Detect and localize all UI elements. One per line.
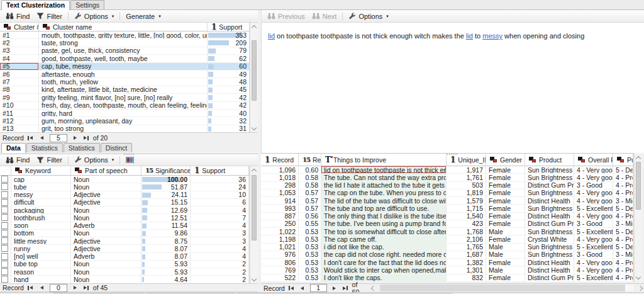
row-checkbox[interactable] bbox=[1, 176, 8, 183]
record-row[interactable]: 1,1980.53The cap came off.2,106FemaleCry… bbox=[261, 235, 633, 243]
record-row[interactable]: 7690.53Would stick to inter cap when ope… bbox=[261, 266, 633, 274]
tab-settings[interactable]: Settings bbox=[70, 0, 104, 9]
cluster-row[interactable]: #3paste, gel, use, thick, consistency79 bbox=[0, 47, 249, 55]
next-record-button[interactable] bbox=[330, 285, 339, 292]
keyword-row[interactable]: messyAdjective24.1110 bbox=[0, 191, 249, 199]
scrollbar-thumb[interactable] bbox=[252, 40, 257, 101]
column-header-support[interactable]: 1Support bbox=[191, 166, 249, 175]
record-number-input[interactable]: 5 bbox=[50, 134, 67, 142]
row-checkbox[interactable] bbox=[1, 191, 8, 198]
tab-statistics-1[interactable]: Statistics bbox=[26, 143, 63, 152]
keyword-row[interactable]: difficultAdjective15.156 bbox=[0, 199, 249, 206]
last-record-button[interactable] bbox=[82, 134, 91, 142]
find-button[interactable]: Find bbox=[3, 11, 33, 21]
cluster-row[interactable]: #12gum, morning, unpleasant, day32 bbox=[0, 117, 249, 125]
column-header-cluster[interactable]: Cluster # bbox=[0, 23, 39, 31]
keyword-link[interactable]: lid bbox=[268, 32, 275, 40]
next-record-button[interactable] bbox=[70, 284, 80, 291]
scroll-down-arrow[interactable] bbox=[250, 125, 258, 132]
previous-record-button[interactable] bbox=[37, 284, 47, 291]
scrollbar-thumb[interactable] bbox=[252, 175, 257, 240]
column-header-things-to-improve[interactable]: TThings to Improve bbox=[321, 154, 447, 166]
record-row[interactable]: 9760.53the cap did not close right. need… bbox=[261, 251, 633, 259]
clusters-scrollbar[interactable] bbox=[250, 23, 258, 132]
cluster-row[interactable]: #9gritty feeling, mint flavor, [no] sure… bbox=[0, 94, 249, 101]
scroll-down-arrow[interactable] bbox=[250, 276, 258, 283]
row-checkbox[interactable] bbox=[1, 276, 8, 283]
options-button[interactable]: Options ▾ bbox=[71, 155, 117, 165]
column-header-pu[interactable]: Pu bbox=[613, 154, 633, 166]
cluster-row[interactable]: #10fresh, day, clean, toothpaste, mouth,… bbox=[0, 102, 249, 110]
cluster-row[interactable]: #2taste, strong209 bbox=[0, 39, 249, 47]
keyword-row[interactable]: tube topNoun5.932 bbox=[0, 261, 249, 268]
record-row[interactable]: 1,0210.53i did not like the cap.1,765Mal… bbox=[261, 244, 633, 251]
chart-view-button[interactable] bbox=[123, 155, 137, 165]
options-button[interactable]: Options ▾ bbox=[345, 11, 391, 21]
keyword-link[interactable]: lid bbox=[466, 32, 473, 40]
tab-distinct[interactable]: Distinct bbox=[101, 143, 132, 152]
scroll-down-arrow[interactable] bbox=[635, 274, 642, 281]
generate-button[interactable]: Generate ▾ bbox=[123, 11, 164, 21]
filter-button[interactable]: Filter bbox=[33, 11, 65, 21]
hscroll-thumb[interactable] bbox=[380, 285, 625, 291]
tab-text-clusterization[interactable]: Text Clusterization bbox=[1, 0, 70, 10]
cluster-row[interactable]: #1mouth, toothpaste, gritty texture, lit… bbox=[0, 31, 249, 39]
splitter-handle[interactable] bbox=[447, 154, 457, 155]
record-row[interactable]: 1,0530.57The cap on the tube. When you p… bbox=[261, 189, 633, 197]
next-button[interactable]: Next bbox=[309, 11, 340, 21]
keyword-row[interactable]: little messyAdjective8.753 bbox=[0, 237, 249, 245]
cluster-row[interactable]: #7tooth, much, yellow48 bbox=[0, 78, 249, 86]
column-header-overall-r[interactable]: Overall R... bbox=[574, 154, 613, 166]
cluster-row[interactable]: #6aftertaste, enough49 bbox=[0, 71, 249, 78]
record-row[interactable]: 5220.53I don't like the caps.832FemaleDi… bbox=[261, 274, 633, 282]
keywords-scrollbar[interactable] bbox=[250, 166, 258, 283]
scrollbar-thumb[interactable] bbox=[636, 162, 641, 210]
column-header-part-of-speech[interactable]: Part of speech bbox=[71, 166, 142, 175]
hscroll-left-arrow[interactable] bbox=[371, 285, 376, 290]
scroll-up-arrow[interactable] bbox=[250, 167, 258, 173]
scroll-up-arrow[interactable] bbox=[635, 154, 642, 161]
previous-button[interactable]: Previous bbox=[264, 11, 308, 21]
tab-statistics-2[interactable]: Statistics bbox=[64, 143, 100, 152]
cluster-row[interactable]: #4good, toothpaste, well, tooth, maybe62 bbox=[0, 55, 249, 62]
record-row[interactable]: 1,0180.58The tube. Can not stand the way… bbox=[261, 174, 633, 181]
keyword-row[interactable]: bottomNoun9.863 bbox=[0, 230, 249, 237]
records-scrollbar[interactable] bbox=[634, 154, 642, 281]
last-record-button[interactable] bbox=[341, 285, 350, 292]
first-record-button[interactable] bbox=[287, 285, 296, 292]
record-number-input[interactable]: 0 bbox=[50, 284, 67, 292]
scroll-up-arrow[interactable] bbox=[250, 23, 258, 30]
column-header-record[interactable]: 1Record bbox=[261, 154, 299, 166]
column-header-product[interactable]: Product bbox=[525, 154, 574, 166]
previous-record-button[interactable] bbox=[37, 134, 47, 142]
keyword-row[interactable]: packagingNoun12.694 bbox=[0, 206, 249, 214]
first-record-button[interactable] bbox=[26, 134, 35, 142]
row-checkbox[interactable] bbox=[1, 222, 8, 229]
row-checkbox[interactable] bbox=[1, 199, 8, 206]
hscroll-right-arrow[interactable] bbox=[638, 285, 643, 290]
cluster-row[interactable]: #11gritty, hard40 bbox=[0, 110, 249, 117]
column-header-unique-id[interactable]: 1Unique_ID bbox=[447, 154, 486, 166]
record-row[interactable]: 9930.57The tube and top are difficult to… bbox=[261, 205, 633, 212]
row-checkbox[interactable] bbox=[1, 261, 8, 268]
keyword-row[interactable]: handNoun4.642 bbox=[0, 276, 249, 283]
keyword-row[interactable]: capNoun100.0036 bbox=[0, 176, 249, 183]
document-view[interactable]: lid on toothpaste toothpaste is not thic… bbox=[261, 23, 644, 153]
last-record-button[interactable] bbox=[82, 284, 91, 291]
keyword-row[interactable]: tubeNoun51.8724 bbox=[0, 183, 249, 191]
column-header-cluster-name[interactable]: Cluster name bbox=[39, 23, 208, 31]
record-row[interactable]: 8060.53I don't care for the fact that th… bbox=[261, 259, 633, 266]
row-checkbox[interactable] bbox=[1, 183, 8, 190]
record-row[interactable]: 1,0220.53The top is somewhat difficult t… bbox=[261, 228, 633, 235]
cluster-row[interactable]: #5cap, tube, messy60 bbox=[0, 63, 249, 71]
record-row[interactable]: 2980.58the lid I hate it attached to the… bbox=[261, 182, 633, 189]
record-row[interactable]: 9140.57The lid of the tube was difficult… bbox=[261, 197, 633, 205]
record-row[interactable]: 2500.55The tube. I've been using a pump … bbox=[261, 220, 633, 228]
record-number-input[interactable]: 1 bbox=[310, 284, 327, 292]
column-header-gender[interactable]: Gender bbox=[486, 154, 525, 166]
row-checkbox[interactable] bbox=[1, 245, 8, 252]
column-header-keyword[interactable]: Keyword bbox=[11, 166, 71, 175]
filter-button[interactable]: Filter bbox=[33, 155, 65, 165]
keyword-row[interactable]: runnyAdjective8.074 bbox=[0, 245, 249, 252]
tab-data[interactable]: Data bbox=[1, 143, 26, 153]
